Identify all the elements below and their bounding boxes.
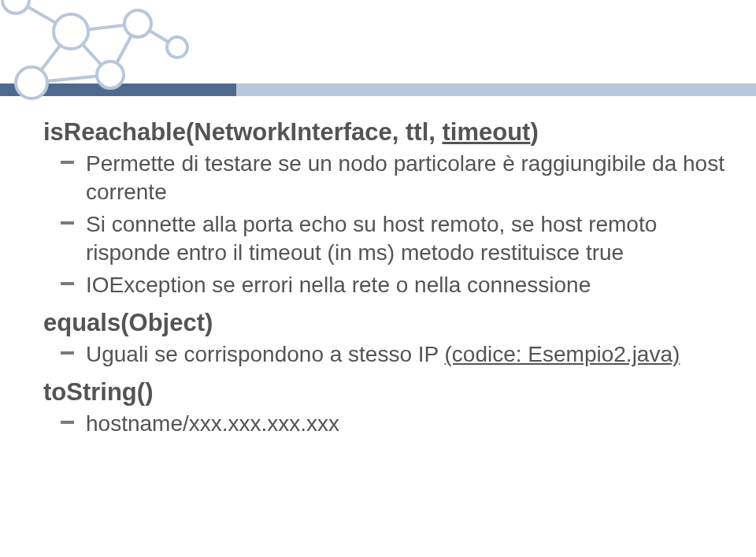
content: isReachable(NetworkInterface, ttl, timeo…	[43, 118, 724, 448]
band-light	[236, 84, 756, 96]
code-link[interactable]: (codice: Esempio2.java)	[445, 342, 680, 366]
list-item: Uguali se corrispondono a stesso IP (cod…	[43, 340, 724, 369]
method-heading-equals: equals(Object)	[43, 309, 724, 337]
method-name-underlined: timeout	[443, 118, 531, 146]
bullet-text: hostname/xxx.xxx.xxx.xxx	[86, 411, 339, 436]
list-item: Si connette alla porta echo su host remo…	[43, 210, 724, 268]
list-item: hostname/xxx.xxx.xxx.xxx	[43, 410, 724, 438]
method-name-suffix: )	[530, 118, 538, 146]
slide: isReachable(NetworkInterface, ttl, timeo…	[0, 0, 756, 557]
svg-point-10	[16, 67, 47, 98]
bullet-text: IOException se errori nella rete o nella…	[86, 273, 591, 297]
list-item: IOException se errori nella rete o nella…	[43, 271, 724, 299]
bullet-list: Uguali se corrispondono a stesso IP (cod…	[43, 340, 724, 369]
svg-point-8	[54, 14, 88, 49]
method-heading-tostring: toString()	[43, 378, 724, 407]
svg-point-7	[2, 0, 29, 13]
bullet-list: Permette di testare se un nodo particola…	[43, 150, 724, 299]
bullet-list: hostname/xxx.xxx.xxx.xxx	[43, 410, 724, 438]
method-name-prefix: equals(Object)	[43, 309, 213, 336]
svg-point-9	[124, 10, 151, 37]
network-graph-icon	[0, 0, 197, 118]
method-name-prefix: toString()	[43, 378, 153, 406]
svg-point-12	[167, 37, 187, 58]
method-name-prefix: isReachable(NetworkInterface, ttl,	[43, 118, 443, 146]
bullet-text: Si connette alla porta echo su host remo…	[86, 212, 657, 265]
bullet-text: Permette di testare se un nodo particola…	[86, 151, 724, 204]
list-item: Permette di testare se un nodo particola…	[43, 150, 724, 207]
method-heading-isreachable: isReachable(NetworkInterface, ttl, timeo…	[43, 118, 724, 147]
bullet-text: Uguali se corrispondono a stesso IP	[86, 342, 445, 366]
svg-point-11	[97, 61, 124, 88]
